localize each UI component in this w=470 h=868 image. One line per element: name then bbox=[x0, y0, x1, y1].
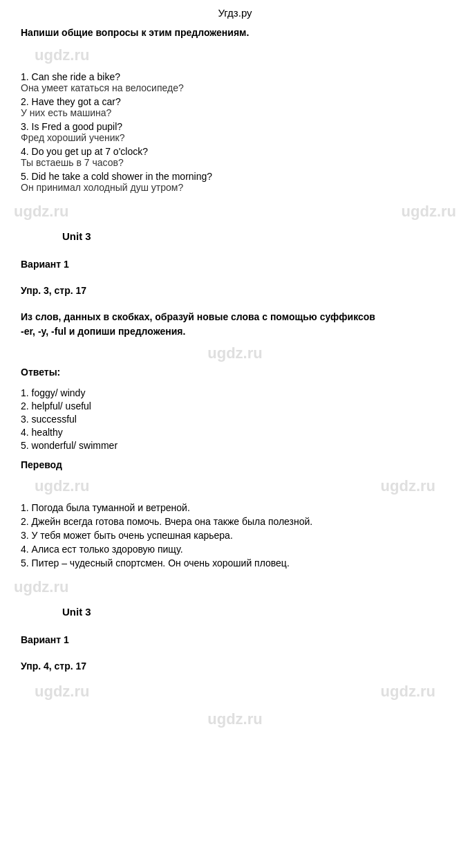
watermark-trans-right: ugdz.ru bbox=[381, 477, 435, 495]
watermark-mid-1: ugdz.ru bbox=[207, 344, 262, 362]
watermark-trans-left: ugdz.ru bbox=[35, 477, 89, 495]
watermark-footer: ugdz.ru bbox=[207, 710, 262, 728]
variant-label-2: Вариант 1 bbox=[21, 634, 449, 645]
english-2: 2. Have they got a car? bbox=[21, 96, 449, 107]
answer-4: 4. healthy bbox=[21, 427, 449, 438]
unit-label-1: Unit 3 bbox=[21, 230, 449, 242]
answers-label-1: Ответы: bbox=[21, 367, 449, 378]
watermark-row-4: ugdz.ru bbox=[0, 575, 470, 599]
watermark-row-2: ugdz.ru ugdz.ru bbox=[0, 200, 470, 223]
qa-item-1: 1. Can she ride a bike? Она умеет катать… bbox=[21, 71, 449, 93]
watermark-bot2-right: ugdz.ru bbox=[381, 683, 435, 701]
translation-2: 2. Джейн всегда готова помочь. Вчера она… bbox=[21, 516, 449, 527]
watermark-row-5: ugdz.ru ugdz.ru bbox=[21, 680, 449, 703]
answer-2: 2. helpful/ useful bbox=[21, 400, 449, 412]
watermark-bot-left: ugdz.ru bbox=[14, 578, 68, 596]
answer-3: 3. successful bbox=[21, 414, 449, 425]
qa-item-3: 3. Is Fred a good pupil? Фред хороший уч… bbox=[21, 121, 449, 143]
answer-1: 1. foggy/ windy bbox=[21, 387, 449, 398]
russian-1: Она умеет кататься на велосипеде? bbox=[21, 82, 449, 93]
translation-4: 4. Алиса ест только здоровую пищу. bbox=[21, 544, 449, 555]
site-title: Угдз.ру bbox=[0, 7, 470, 19]
exercise-label-1: Упр. 3, стр. 17 bbox=[21, 285, 449, 296]
questions-section: Напиши общие вопросы к этим предложениям… bbox=[0, 27, 470, 193]
unit3-block1: Unit 3 Вариант 1 Упр. 3, стр. 17 Из слов… bbox=[0, 230, 470, 569]
translation-1: 1. Погода была туманной и ветреной. bbox=[21, 502, 449, 513]
english-3: 3. Is Fred a good pupil? bbox=[21, 121, 449, 132]
english-4: 4. Do you get up at 7 o'clock? bbox=[21, 146, 449, 157]
watermark-left-1: ugdz.ru bbox=[35, 46, 89, 64]
russian-3: Фред хороший ученик? bbox=[21, 132, 449, 143]
watermark-center-1: ugdz.ru bbox=[21, 344, 449, 362]
watermark-row-1: ugdz.ru bbox=[21, 44, 449, 67]
watermark-right-2: ugdz.ru bbox=[402, 203, 456, 221]
task-description-1: Из слов, данных в скобках, образуй новые… bbox=[21, 310, 449, 339]
english-1: 1. Can she ride a bike? bbox=[21, 71, 449, 82]
watermark-left-2: ugdz.ru bbox=[14, 203, 68, 221]
footer-watermark: ugdz.ru bbox=[0, 710, 470, 728]
translation-5: 5. Питер – чудесный спортсмен. Он очень … bbox=[21, 557, 449, 569]
unit-label-2: Unit 3 bbox=[21, 606, 449, 618]
russian-5: Он принимал холодный душ утром? bbox=[21, 182, 449, 193]
exercise-label-2: Упр. 4, стр. 17 bbox=[21, 661, 449, 672]
watermark-bot2-left: ugdz.ru bbox=[35, 683, 89, 701]
russian-4: Ты встаешь в 7 часов? bbox=[21, 157, 449, 168]
watermark-row-3: ugdz.ru ugdz.ru bbox=[21, 474, 449, 498]
instruction-text: Напиши общие вопросы к этим предложениям… bbox=[21, 27, 449, 38]
qa-item-2: 2. Have they got a car? У них есть машин… bbox=[21, 96, 449, 118]
qa-item-4: 4. Do you get up at 7 o'clock? Ты встаеш… bbox=[21, 146, 449, 168]
translation-3: 3. У тебя может быть очень успешная карь… bbox=[21, 530, 449, 541]
qa-item-5: 5. Did he take a cold shower in the morn… bbox=[21, 171, 449, 193]
unit3-block2: Unit 3 Вариант 1 Упр. 4, стр. 17 ugdz.ru… bbox=[0, 606, 470, 703]
answer-5: 5. wonderful/ swimmer bbox=[21, 440, 449, 451]
russian-2: У них есть машина? bbox=[21, 107, 449, 118]
translation-label-1: Перевод bbox=[21, 459, 449, 470]
english-5: 5. Did he take a cold shower in the morn… bbox=[21, 171, 449, 182]
variant-label-1: Вариант 1 bbox=[21, 259, 449, 270]
